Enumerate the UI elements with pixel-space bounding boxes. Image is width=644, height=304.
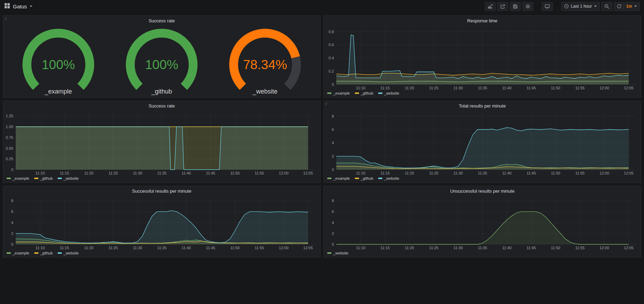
panel-title[interactable]: Success rate xyxy=(3,16,320,23)
panel-success-rate-timeseries: Success rate 00.250.500.751.001.2511:101… xyxy=(3,101,321,183)
legend-item-_website[interactable]: _website xyxy=(327,251,348,255)
panel-title[interactable]: Unsuccessful results per minute xyxy=(324,186,641,194)
legend-item-_example[interactable]: _example xyxy=(327,176,350,180)
svg-text:0: 0 xyxy=(11,242,13,246)
svg-text:6: 6 xyxy=(332,127,334,132)
panel-title[interactable]: Successful results per minute xyxy=(3,186,320,194)
panel-success-rate-gauges: i Success rate 100%_example100%_github78… xyxy=(3,15,321,98)
svg-text:0.8: 0.8 xyxy=(329,30,334,34)
panel-title[interactable]: Response time xyxy=(324,16,641,23)
legend-item-_website[interactable]: _website xyxy=(58,251,79,255)
svg-text:2: 2 xyxy=(332,154,334,158)
svg-text:11:20: 11:20 xyxy=(405,86,414,90)
legend-item-_github[interactable]: _github xyxy=(355,91,373,95)
svg-text:0.50: 0.50 xyxy=(6,146,13,150)
svg-text:11:45: 11:45 xyxy=(527,171,536,175)
zoom-out-icon xyxy=(604,4,609,9)
svg-text:8: 8 xyxy=(11,199,13,203)
svg-text:0.25: 0.25 xyxy=(6,157,13,161)
time-range-picker[interactable]: Last 1 hour xyxy=(561,2,600,11)
gauge-_website: 78.34%_website xyxy=(223,25,307,97)
panel-header: Unsuccessful results per minute xyxy=(324,186,641,195)
legend-item-_github[interactable]: _github xyxy=(34,251,53,255)
svg-text:11:50: 11:50 xyxy=(230,246,240,250)
legend-item-_example[interactable]: _example xyxy=(7,176,29,180)
svg-text:11:20: 11:20 xyxy=(84,246,94,250)
svg-text:11:35: 11:35 xyxy=(478,246,487,250)
svg-text:11:15: 11:15 xyxy=(60,246,69,250)
legend-color-mark xyxy=(378,178,382,179)
navbar: Gatus Last 1 hour 1m xyxy=(0,0,644,13)
refresh-icon xyxy=(617,4,622,9)
svg-text:11:45: 11:45 xyxy=(206,171,215,175)
svg-text:0: 0 xyxy=(332,168,334,172)
svg-text:11:40: 11:40 xyxy=(502,86,512,90)
legend-item-_website[interactable]: _website xyxy=(378,176,399,180)
time-range-label: Last 1 hour xyxy=(571,4,592,9)
svg-text:12:05: 12:05 xyxy=(624,86,634,90)
legend-item-_github[interactable]: _github xyxy=(34,176,53,180)
svg-text:11:45: 11:45 xyxy=(527,86,536,90)
legend-item-_github[interactable]: _github xyxy=(355,176,373,180)
response-time-chart[interactable]: 00.20.40.60.811:1011:1511:2011:2511:3011… xyxy=(324,25,641,90)
chart-legend: _example_github_website xyxy=(324,176,641,183)
svg-text:4: 4 xyxy=(11,221,13,225)
svg-text:11:20: 11:20 xyxy=(405,171,414,175)
panel-unsuccessful-results: Unsuccessful results per minute 0246811:… xyxy=(323,186,641,258)
svg-text:11:30: 11:30 xyxy=(133,171,142,175)
panel-response-time: Response time 00.20.40.60.811:1011:1511:… xyxy=(323,15,641,98)
svg-text:12:05: 12:05 xyxy=(624,246,634,250)
dashboard-grid: i Success rate 100%_example100%_github78… xyxy=(0,13,644,260)
svg-text:11:40: 11:40 xyxy=(182,171,191,175)
panel-title[interactable]: Success rate xyxy=(3,101,320,109)
dashboards-grid-icon xyxy=(4,3,10,10)
legend-item-_website[interactable]: _website xyxy=(378,91,399,95)
info-icon[interactable]: i xyxy=(324,101,330,107)
zoom-out-time-button[interactable] xyxy=(601,2,612,11)
svg-text:11:50: 11:50 xyxy=(551,86,560,90)
info-icon[interactable]: i xyxy=(3,16,9,22)
svg-text:11:20: 11:20 xyxy=(405,246,414,250)
save-dashboard-button[interactable] xyxy=(510,2,521,11)
svg-text:11:35: 11:35 xyxy=(478,86,487,90)
svg-text:11:30: 11:30 xyxy=(453,171,463,175)
gauge-row: 100%_example100%_github78.34%_website xyxy=(3,25,320,97)
dashboard-title-dropdown[interactable]: Gatus xyxy=(4,3,32,10)
total-results-chart[interactable]: 0246811:1011:1511:2011:2511:3011:3511:40… xyxy=(324,110,641,176)
chart-legend: _example_github_website xyxy=(3,250,320,257)
unsuccessful-results-chart[interactable]: 0246811:1011:1511:2011:2511:3011:3511:40… xyxy=(324,195,641,250)
legend-item-_example[interactable]: _example xyxy=(327,91,350,95)
legend-item-_website[interactable]: _website xyxy=(58,176,79,180)
legend-color-mark xyxy=(7,178,11,179)
legend-color-mark xyxy=(355,178,359,179)
panel-header: Total results per minute xyxy=(324,101,641,110)
legend-item-_example[interactable]: _example xyxy=(7,251,29,255)
dashboard-title: Gatus xyxy=(13,3,27,9)
panel-header: Response time xyxy=(324,16,641,25)
dashboard-settings-button[interactable] xyxy=(522,2,533,11)
successful-results-chart[interactable]: 0246811:1011:1511:2011:2511:3011:3511:40… xyxy=(3,195,320,250)
chart-legend: _example_github_website xyxy=(324,90,641,97)
refresh-button[interactable]: 1m xyxy=(614,2,640,11)
svg-text:8: 8 xyxy=(332,199,334,203)
svg-text:11:15: 11:15 xyxy=(380,86,390,90)
gauge-value: 100% xyxy=(42,57,75,72)
svg-text:11:25: 11:25 xyxy=(109,246,118,250)
svg-text:6: 6 xyxy=(11,209,13,214)
panel-title[interactable]: Total results per minute xyxy=(324,101,641,109)
svg-text:11:40: 11:40 xyxy=(502,246,512,250)
navbar-actions: Last 1 hour 1m xyxy=(485,2,640,11)
svg-text:11:15: 11:15 xyxy=(380,171,390,175)
cycle-view-mode-button[interactable] xyxy=(542,2,553,11)
share-dashboard-button[interactable] xyxy=(497,2,508,11)
svg-text:11:30: 11:30 xyxy=(453,246,463,250)
svg-text:11:55: 11:55 xyxy=(575,171,585,175)
legend-color-mark xyxy=(58,178,62,179)
svg-text:11:10: 11:10 xyxy=(35,246,45,250)
success-rate-chart[interactable]: 00.250.500.751.001.2511:1011:1511:2011:2… xyxy=(3,110,320,176)
svg-text:11:15: 11:15 xyxy=(380,246,390,250)
gauge-value: 100% xyxy=(145,57,178,72)
add-panel-button[interactable] xyxy=(485,2,496,11)
gauge-label: _example xyxy=(44,88,72,95)
legend-color-mark xyxy=(327,178,331,179)
